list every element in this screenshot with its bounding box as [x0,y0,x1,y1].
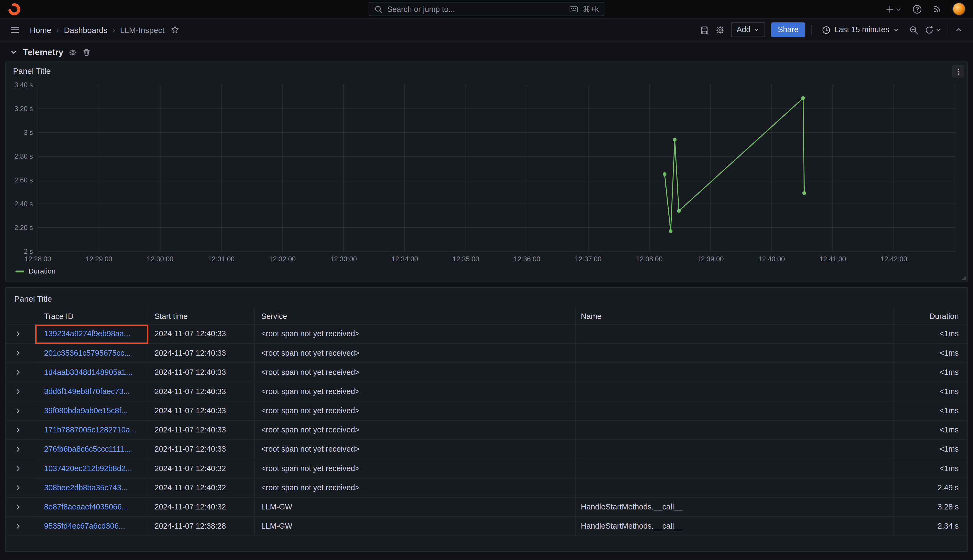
panel-resize-handle[interactable] [962,275,966,280]
search-placeholder: Search or jump to... [387,5,455,13]
news-rss-button[interactable] [933,4,942,13]
column-header-service[interactable]: Service [255,308,576,325]
service-cell: <root span not yet received> [255,402,576,420]
duration-cell: <1ms [894,344,967,363]
row-expander[interactable] [14,368,22,376]
svg-text:2.60 s: 2.60 s [14,176,33,184]
row-collapse-toggle[interactable] [10,48,18,56]
svg-text:2 s: 2 s [24,248,33,255]
help-button[interactable] [912,4,922,14]
breadcrumb-separator: › [56,25,59,34]
chevron-right-icon [14,445,22,453]
top-nav-right [829,2,965,15]
svg-text:2.80 s: 2.80 s [14,152,33,160]
zoom-out-time-button[interactable] [909,25,918,34]
trace-id-link[interactable]: 9535fd4ec67a6cd306... [44,522,125,530]
duration-cell: <1ms [894,382,967,402]
new-dropdown-button[interactable] [885,5,901,13]
row-expander[interactable] [14,503,22,511]
chevron-right-icon [14,522,22,530]
row-expander[interactable] [14,484,22,492]
svg-text:3.20 s: 3.20 s [14,105,33,112]
name-cell [576,459,894,478]
row-expander[interactable] [14,330,22,338]
trace-id-link[interactable]: 3dd6f149eb8f70faec73... [44,387,130,396]
trace-id-link[interactable]: 139234a9274f9eb98aa... [44,330,130,338]
row-expander[interactable] [14,426,22,434]
mega-menu-button[interactable] [10,25,20,35]
share-button[interactable]: Share [771,22,805,37]
save-dashboard-button[interactable] [700,25,709,34]
top-nav-left [8,2,144,16]
zoom-out-icon [909,25,918,34]
row-expander[interactable] [14,350,22,357]
user-avatar[interactable] [953,2,965,15]
collapse-toolbar-button[interactable] [955,25,963,34]
legend-series-label[interactable]: Duration [28,268,56,275]
dashboard-toolbar: Home › Dashboards › LLM-Inspect [0,18,973,42]
trace-id-link[interactable]: 201c35361c5795675cc... [44,348,131,357]
row-expander[interactable] [14,465,22,472]
chevron-down-icon [935,27,941,33]
start-time-cell: 2024-11-07 12:38:28 [148,517,255,536]
chevron-right-icon [14,503,22,511]
panel-title[interactable]: Panel Title [14,294,52,303]
grafana-logo[interactable] [8,2,22,16]
trace-id-link[interactable]: 1d4aab3348d148905a1... [44,368,132,377]
row-expander[interactable] [14,522,22,530]
hamburger-menu-icon [10,25,20,35]
column-header-duration[interactable]: Duration [894,308,967,325]
trace-id-link[interactable]: 1037420ec212b92b8d2... [44,464,132,473]
column-header-trace-id[interactable]: Trace ID [35,308,148,325]
column-header-expander [6,308,35,325]
duration-cell: <1ms [894,421,967,440]
trace-id-link[interactable]: 308bee2db8ba35c743... [44,483,128,492]
table-row: 9535fd4ec67a6cd306...2024-11-07 12:38:28… [6,517,968,536]
time-range-picker[interactable]: Last 15 minutes [818,22,903,37]
start-time-cell: 2024-11-07 12:40:33 [148,421,255,440]
row-settings-button[interactable] [69,48,77,56]
search-input[interactable]: Search or jump to... ⌘+k [369,2,604,16]
table-row: 276fb6ba8c6c5ccc1111...2024-11-07 12:40:… [6,440,968,459]
refresh-interval-dropdown[interactable] [935,27,941,33]
svg-text:12:28:00: 12:28:00 [25,255,51,263]
name-cell [576,382,894,402]
start-time-cell: 2024-11-07 12:40:33 [148,363,255,382]
chevron-right-icon [14,407,22,415]
panel-title[interactable]: Panel Title [13,67,50,76]
refresh-button[interactable] [925,25,934,34]
add-panel-button[interactable]: Add [731,22,765,37]
dashboard-canvas: Telemetry Panel Title [0,42,973,552]
keyboard-icon [569,5,578,13]
trace-id-link[interactable]: 39f080bda9ab0e15c8f... [44,407,128,415]
legend-series-swatch [15,270,24,272]
gear-icon [69,48,77,56]
panel-menu-button[interactable] [952,65,965,78]
column-header-name[interactable]: Name [576,308,894,325]
trace-id-link[interactable]: 8e87f8aeaaef4035066... [44,503,128,512]
trace-id-link[interactable]: 276fb6ba8c6c5ccc1111... [44,445,131,453]
name-cell [576,421,894,440]
row-delete-button[interactable] [83,48,91,56]
service-cell: <root span not yet received> [255,421,576,440]
name-cell [576,363,894,382]
breadcrumb: Home › Dashboards › LLM-Inspect [30,25,179,34]
row-expander[interactable] [14,388,22,395]
svg-text:12:31:00: 12:31:00 [208,255,235,263]
table-row: 8e87f8aeaaef4035066...2024-11-07 12:40:3… [6,498,968,517]
breadcrumb-home[interactable]: Home [30,25,52,34]
service-cell: <root span not yet received> [255,325,576,344]
breadcrumb-dashboards[interactable]: Dashboards [64,25,108,34]
favorite-star-button[interactable] [170,25,179,34]
name-cell [576,402,894,420]
row-expander[interactable] [14,407,22,415]
start-time-cell: 2024-11-07 12:40:33 [148,402,255,420]
duration-chart[interactable]: 3.40 s3.20 s3 s2.80 s2.60 s2.40 s2.20 s2… [6,78,968,266]
dashboard-settings-button[interactable] [716,25,725,34]
top-nav-bar: Search or jump to... ⌘+k [0,0,973,18]
row-title[interactable]: Telemetry [23,47,63,57]
column-header-start-time[interactable]: Start time [148,308,255,325]
row-expander[interactable] [14,445,22,453]
toolbar-divider [948,25,948,35]
trace-id-link[interactable]: 171b7887005c1282710a... [44,426,137,434]
